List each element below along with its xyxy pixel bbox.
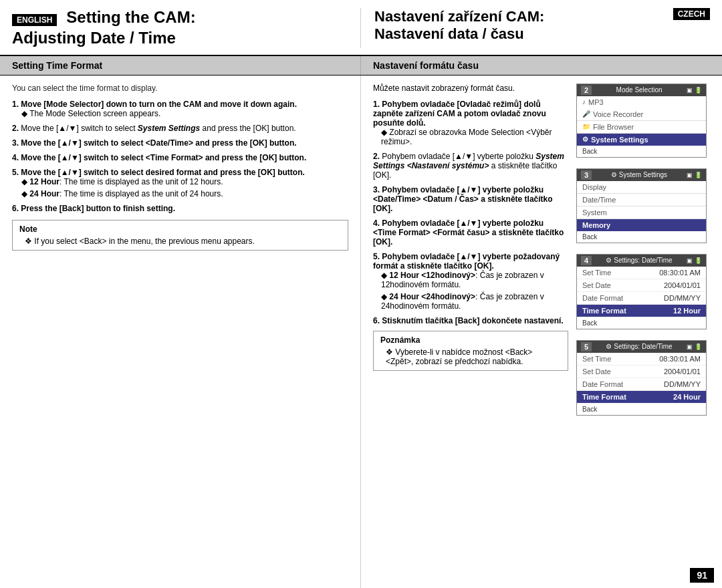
screen-5-settime: Set Time 08:30:01 AM: [577, 353, 706, 365]
screen-5: 5 ⚙ Settings: Date/Time ▣ 🔋 Set Time 08:…: [576, 340, 707, 416]
screen-5-dateformat: Date Format DD/MM/YY: [577, 378, 706, 391]
screen-4-dateformat: Date Format DD/MM/YY: [577, 292, 706, 305]
left-step-5: 5. Move the [▲/▼] switch to select desir…: [12, 168, 348, 198]
screen-2-body: ♪ MP3 🎤 Voice Recorder 📁 File Browser: [577, 96, 706, 157]
left-step-4: 4. Move the [▲/▼] switch to select <Time…: [12, 153, 348, 162]
screen-4: 4 ⚙ Settings: Date/Time ▣ 🔋 Set Time 08:…: [576, 254, 707, 329]
right-bullet-12: 12 Hour <12hodinový>: Čas je zobrazen v …: [381, 271, 568, 289]
screen-2-back: Back: [577, 146, 706, 157]
right-step-3: 3. Pohybem ovladače [▲/▼] vyberte položk…: [373, 185, 568, 213]
left-step-6: 6. Press the [Back] button to finish set…: [12, 204, 348, 213]
screen-5-timeformat: Time Format 24 Hour: [577, 391, 706, 404]
screen-4-setdate: Set Date 2004/01/01: [577, 279, 706, 292]
screen-4-title: ⚙ Settings: Date/Time: [606, 257, 672, 264]
screen-5-setdate: Set Date 2004/01/01: [577, 365, 706, 378]
czech-title-sub: Nastavení data / času: [374, 25, 544, 43]
screen-3-memory: Memory: [577, 219, 706, 231]
screen-3-title: ⚙ System Settings: [611, 171, 667, 178]
screen-2-mp3: ♪ MP3: [577, 96, 706, 108]
right-step-2: 2. Pohybem ovladače [▲/▼] vyberte položk…: [373, 152, 568, 180]
left-step-3: 3. Move the [▲/▼] switch to select <Date…: [12, 138, 348, 148]
screen-3-display: Display: [577, 181, 706, 194]
screen-2-voice: 🎤 Voice Recorder: [577, 108, 706, 121]
left-step-1: 1. Move [Mode Selector] down to turn on …: [12, 100, 348, 118]
title-sub: Adjusting Date / Time: [12, 29, 347, 48]
section-right-label: Nastavení formátu času: [361, 56, 722, 75]
right-note-label: Poznámka: [380, 335, 561, 345]
left-step-5-bullet-24: 24 Hour: The time is displayed as the un…: [21, 189, 348, 198]
czech-titles: Nastavení zařízení CAM: Nastavení data /…: [374, 8, 544, 43]
english-badge: ENGLISH: [12, 14, 57, 26]
left-intro: You can select the time format to displa…: [12, 84, 348, 93]
left-column: You can select the time format to displa…: [0, 76, 361, 588]
screen-5-back: Back: [577, 404, 706, 415]
screen-2: 2 Mode Selection ▣ 🔋 ♪ MP3: [576, 84, 707, 158]
main-content: You can select the time format to displa…: [0, 76, 722, 588]
right-step-4: 4. Pohybem ovladače [▲/▼] vyberte položk…: [373, 218, 568, 247]
screen-4-back: Back: [577, 317, 706, 329]
right-bullet-24: 24 Hour <24hodinový>: Čas je zobrazen v …: [381, 292, 568, 311]
right-step-1-bullet: Zobrazí se obrazovka Mode Selection <Výb…: [381, 128, 568, 146]
screen-5-header: 5 ⚙ Settings: Date/Time ▣ 🔋: [577, 341, 706, 353]
section-bar: Setting Time Format Nastavení formátu ča…: [0, 56, 722, 76]
czech-title-main: Nastavení zařízení CAM:: [374, 8, 544, 25]
right-step-1: 1. Pohybem ovladače [Ovladač režimů] dol…: [373, 100, 568, 146]
right-text-col: Můžete nastavit zobrazený formát času. 1…: [373, 84, 568, 421]
czech-badge: CZECH: [673, 8, 710, 20]
screen-3-system: System: [577, 206, 706, 219]
screen-4-timeformat: Time Format 12 Hour: [577, 305, 706, 317]
screen-3: 3 ⚙ System Settings ▣ 🔋 Display Date/Tim…: [576, 168, 707, 243]
right-screens-col: 2 Mode Selection ▣ 🔋 ♪ MP3: [576, 84, 710, 421]
note-box: Note If you select <Back> in the menu, t…: [12, 220, 348, 251]
screen-4-body: Set Time 08:30:01 AM Set Date 2004/01/01…: [577, 267, 706, 329]
screen-3-header: 3 ⚙ System Settings ▣ 🔋: [577, 169, 706, 181]
left-step-1-bullet: The Mode Selection screen appears.: [21, 109, 348, 118]
header-left: ENGLISH Setting the CAM: Adjusting Date …: [12, 8, 361, 48]
right-column: Můžete nastavit zobrazený formát času. 1…: [361, 76, 722, 588]
header-right: Nastavení zařízení CAM: Nastavení data /…: [361, 8, 710, 43]
title-main: Setting the CAM:: [66, 8, 195, 27]
right-intro: Můžete nastavit zobrazený formát času.: [373, 84, 568, 93]
right-note-box: Poznámka Vyberete-li v nabídce možnost <…: [373, 331, 568, 371]
screen-5-body: Set Time 08:30:01 AM Set Date 2004/01/01…: [577, 353, 706, 415]
screen-2-filebrowser: 📁 File Browser: [577, 121, 706, 134]
note-label: Note: [19, 225, 341, 234]
screen-4-header: 4 ⚙ Settings: Date/Time ▣ 🔋: [577, 255, 706, 267]
screen-2-header: 2 Mode Selection ▣ 🔋: [577, 84, 706, 96]
left-step-5-bullet-12: 12 Hour: The time is displayed as the un…: [21, 177, 348, 186]
section-left-label: Setting Time Format: [0, 56, 361, 75]
right-main-layout: Můžete nastavit zobrazený formát času. 1…: [373, 84, 710, 421]
screen-5-title: ⚙ Settings: Date/Time: [606, 343, 672, 350]
right-note-text: Vyberete-li v nabídce možnost <Back> <Zp…: [386, 347, 561, 366]
screen-3-body: Display Date/Time System Memory Back: [577, 181, 706, 243]
screen-2-title: Mode Selection: [616, 86, 663, 94]
screen-2-systemsettings: ⚙ System Settings: [577, 134, 706, 146]
right-step-6: 6. Stisknutím tlačítka [Back] dokončete …: [373, 316, 568, 325]
header: ENGLISH Setting the CAM: Adjusting Date …: [0, 0, 722, 56]
screen-3-back: Back: [577, 231, 706, 243]
page-number: 91: [690, 568, 714, 583]
right-step-5: 5. Pohybem ovladače [▲/▼] vyberte požado…: [373, 252, 568, 311]
left-step-2: 2. Move the [▲/▼] switch to select Syste…: [12, 124, 348, 133]
screen-3-datetime: Date/Time: [577, 194, 706, 206]
note-text: If you select <Back> in the menu, the pr…: [25, 237, 341, 246]
screen-4-settime: Set Time 08:30:01 AM: [577, 267, 706, 279]
